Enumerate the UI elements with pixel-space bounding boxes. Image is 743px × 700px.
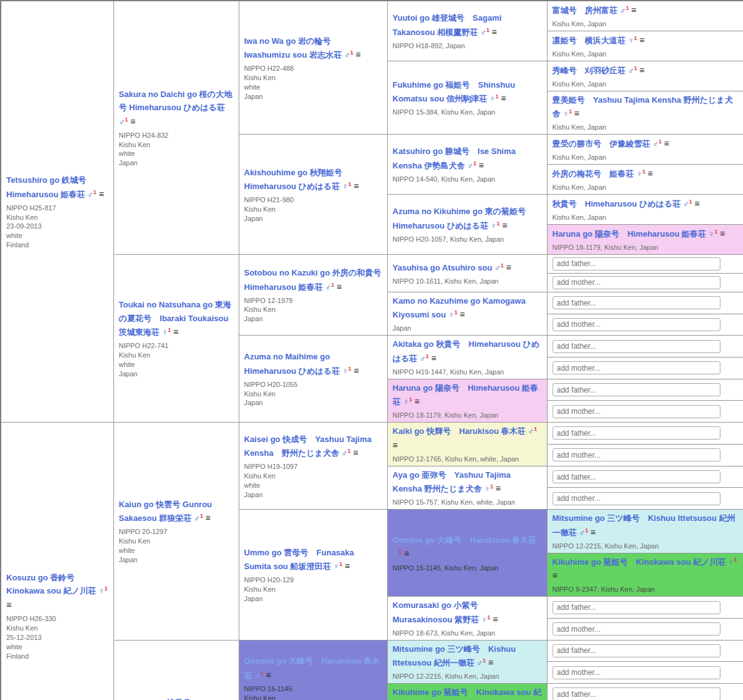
menu-icon[interactable]: ≡ bbox=[640, 65, 644, 75]
menu-icon[interactable]: ≡ bbox=[353, 366, 358, 376]
dog-name[interactable]: Yasuhisa go Atsuhiro sou bbox=[393, 263, 492, 272]
add-father-input[interactable] bbox=[553, 687, 720, 700]
dog-name[interactable]: Haruna go 陽奈号 Himeharusou 姫春荘 bbox=[553, 229, 707, 239]
menu-icon[interactable]: ≡ bbox=[574, 108, 579, 118]
menu-icon[interactable]: ≡ bbox=[130, 116, 135, 126]
menu-icon[interactable]: ≡ bbox=[488, 657, 492, 667]
dog-name-link[interactable]: Tetsushiro go 鉄城号 Himeharusou 姫春荘 ♂1 ≡ bbox=[6, 173, 108, 202]
dog-name-link[interactable]: 秀峰号 刈羽砂丘荘 ♂1 ≡ bbox=[553, 63, 739, 78]
add-mother-input[interactable] bbox=[553, 666, 720, 679]
dog-name-link[interactable]: Azuma no Maihime go Himeharusou ひめはる荘 ♀1… bbox=[244, 350, 382, 378]
dog-name-link[interactable]: Haruna go 陽奈号 Himeharusou 姫春荘 ♀1 ≡ bbox=[393, 381, 542, 409]
menu-icon[interactable]: ≡ bbox=[492, 27, 496, 37]
dog-name-link[interactable]: Akishouhime go 秋翔姫号 Himeharusou ひめはる荘 ♀1… bbox=[244, 166, 382, 194]
dog-name[interactable]: Kamo no Kazuhime go Kamogawa Kiyosumi so… bbox=[393, 296, 526, 319]
menu-icon[interactable]: ≡ bbox=[720, 229, 724, 239]
dog-name-link[interactable]: 豊美姫号 Yashuu Tajima Kensha 野州たじま犬舎 ♀1 ≡ bbox=[553, 93, 739, 121]
menu-icon[interactable]: ≡ bbox=[345, 561, 349, 571]
add-father-input[interactable] bbox=[553, 340, 720, 353]
dog-name[interactable]: Fukuhime go 福姫号 Shinshuu Komatsu sou 信州駒… bbox=[393, 80, 516, 103]
dog-name[interactable]: 秀峰号 刈羽砂丘荘 bbox=[553, 66, 626, 75]
add-father-input[interactable] bbox=[553, 296, 720, 309]
dog-name[interactable]: Momoko go 桃香号 Harukisou 春木荘 bbox=[119, 698, 200, 700]
menu-icon[interactable]: ≡ bbox=[460, 309, 464, 319]
dog-name-link[interactable]: Iwa no Wa go 岩の輪号 Iwashumizu sou 岩志水荘 ♂1… bbox=[244, 34, 382, 63]
menu-icon[interactable]: ≡ bbox=[415, 396, 419, 406]
menu-icon[interactable]: ≡ bbox=[640, 35, 644, 45]
menu-icon[interactable]: ≡ bbox=[479, 160, 483, 170]
menu-icon[interactable]: ≡ bbox=[266, 670, 271, 680]
dog-name-link[interactable]: 外房の梅花号 姫春荘 ♀1 ≡ bbox=[553, 167, 739, 181]
dog-name[interactable]: Komurasaki go 小紫号 Murasakinosou 紫野荘 bbox=[393, 600, 487, 624]
dog-name-link[interactable]: 凛姫号 横浜大道荘 ♀1 ≡ bbox=[553, 33, 739, 48]
menu-icon[interactable]: ≡ bbox=[591, 527, 595, 537]
dog-name-link[interactable]: Yuutoi go 雄登城号 Sagami Takanosou 相模鷹野荘 ♂1… bbox=[393, 11, 542, 39]
add-mother-input[interactable] bbox=[553, 622, 720, 636]
add-mother-input[interactable] bbox=[553, 361, 720, 374]
dog-name-link[interactable]: 豊受の勝市号 伊豫綾雪荘 ♂1 ≡ bbox=[553, 136, 739, 151]
add-mother-input[interactable] bbox=[553, 276, 720, 289]
menu-icon[interactable]: ≡ bbox=[648, 168, 652, 178]
dog-name[interactable]: 秋貴号 Himeharusou ひめはる荘 bbox=[553, 199, 681, 208]
dog-name[interactable]: 富城号 房州富荘 bbox=[553, 6, 618, 15]
dog-name-link[interactable]: Kikuhime go 菊姫号 Kinokawa sou 紀ノ川荘 ♀1 ≡ bbox=[553, 555, 739, 584]
dog-name-link[interactable]: Yasuhisa go Atsuhiro sou ♂1 ≡ bbox=[393, 260, 542, 275]
dog-name-link[interactable]: Sakura no Daichi go 桜の大地号 Himeharusou ひめ… bbox=[119, 88, 234, 129]
menu-icon[interactable]: ≡ bbox=[664, 138, 668, 148]
menu-icon[interactable]: ≡ bbox=[404, 548, 408, 558]
dog-name-link[interactable]: Kosuzu go 香鈴号 Kinokawa sou 紀ノ川荘 ♀1 ≡ bbox=[6, 571, 108, 612]
menu-icon[interactable]: ≡ bbox=[501, 93, 505, 103]
dog-name-link[interactable]: Oomine go 大峰号 Harukisou 春木荘 ♂1 ≡ bbox=[393, 533, 542, 562]
menu-icon[interactable]: ≡ bbox=[431, 353, 435, 363]
dog-name-link[interactable]: Katsuhiro go 勝城号 Ise Shima Kensha 伊勢島犬舎 … bbox=[393, 145, 542, 173]
dog-name[interactable]: Kaiki go 快輝号 Harukisou 春木荘 bbox=[393, 426, 526, 436]
menu-icon[interactable]: ≡ bbox=[353, 181, 358, 191]
dog-name[interactable]: Oomine go 大峰号 Harukisou 春木荘 bbox=[393, 535, 537, 545]
dog-name-link[interactable]: Kaiki go 快輝号 Harukisou 春木荘 ♂1 ≡ bbox=[393, 425, 542, 453]
menu-icon[interactable]: ≡ bbox=[492, 614, 497, 624]
dog-name-link[interactable]: Komurasaki go 小紫号 Murasakinosou 紫野荘 ♀1 ≡ bbox=[393, 599, 542, 627]
menu-icon[interactable]: ≡ bbox=[356, 49, 360, 59]
menu-icon[interactable]: ≡ bbox=[393, 440, 397, 450]
menu-icon[interactable]: ≡ bbox=[694, 198, 699, 208]
dog-name-link[interactable]: Fukuhime go 福姫号 Shinshuu Komatsu sou 信州駒… bbox=[393, 78, 542, 106]
menu-icon[interactable]: ≡ bbox=[6, 600, 11, 610]
dog-name-link[interactable]: Kaiun go 快雲号 Gunrou Sakaesou 群狼栄荘 ♂1 ≡ bbox=[119, 498, 234, 526]
dog-name-link[interactable]: Ummo go 雲母号 Funasaka Sumita sou 船坂澄田荘 ♀1… bbox=[244, 546, 382, 574]
add-mother-input[interactable] bbox=[553, 492, 720, 505]
dog-name-link[interactable]: Kamo no Kazuhime go Kamogawa Kiyosumi so… bbox=[393, 294, 542, 322]
dog-name[interactable]: Sakura no Daichi go 桜の大地号 Himeharusou ひめ… bbox=[119, 90, 232, 112]
dog-name[interactable]: 外房の梅花号 姫春荘 bbox=[553, 169, 634, 178]
dog-name-link[interactable]: Azuma no Kikuhime go 東の菊姫号 Himeharusou ひ… bbox=[393, 205, 542, 233]
add-father-input[interactable] bbox=[553, 470, 720, 483]
dog-name-link[interactable]: Oomine go 大峰号 Harukisou 春木荘 ♂1 ≡ bbox=[244, 654, 382, 682]
dog-name-link[interactable]: Kaisei go 快成号 Yashuu Tajima Kensha 野州たじま… bbox=[244, 433, 382, 461]
dog-name[interactable]: Kikuhime go 菊姫号 Kinokawa sou 紀ノ川荘 bbox=[553, 557, 726, 567]
menu-icon[interactable]: ≡ bbox=[353, 448, 357, 458]
dog-name-link[interactable]: Akitaka go 秋貴号 Himeharusou ひめはる荘 ♂1 ≡ bbox=[393, 337, 542, 366]
dog-name[interactable]: 豊受の勝市号 伊豫綾雪荘 bbox=[553, 139, 650, 148]
dog-name-link[interactable]: Mitsumine go 三ツ峰号 Kishuu Ittetsusou 紀州一徹… bbox=[393, 642, 542, 671]
dog-name-link[interactable]: Aya go 亜弥号 Yashuu Tajima Kensha 野州たじま犬舎 … bbox=[393, 468, 542, 497]
dog-name-link[interactable]: Mitsumine go 三ツ峰号 Kishuu Ittetsusou 紀州一徹… bbox=[553, 512, 739, 540]
menu-icon[interactable]: ≡ bbox=[496, 483, 500, 493]
add-father-input[interactable] bbox=[553, 383, 720, 396]
menu-icon[interactable]: ≡ bbox=[502, 220, 506, 230]
dog-name[interactable]: Tetsushiro go 鉄城号 Himeharusou 姫春荘 bbox=[6, 175, 86, 198]
dog-name-link[interactable]: Sotobou no Kazuki go 外房の和貴号 Himeharusou … bbox=[244, 266, 382, 294]
add-father-input[interactable] bbox=[553, 257, 720, 270]
dog-name[interactable]: Azuma no Maihime go Himeharusou ひめはる荘 bbox=[244, 352, 340, 375]
dog-name-link[interactable]: Momoko go 桃香号 Harukisou 春木荘 ♀1 ≡ bbox=[119, 696, 234, 700]
dog-name-link[interactable]: 秋貴号 Himeharusou ひめはる荘 ♂1 ≡ bbox=[553, 197, 739, 211]
add-mother-input[interactable] bbox=[553, 448, 720, 461]
dog-name-link[interactable]: Haruna go 陽奈号 Himeharusou 姫春荘 ♀1 ≡ bbox=[553, 227, 739, 241]
dog-name[interactable]: Akitaka go 秋貴号 Himeharusou ひめはる荘 bbox=[393, 339, 540, 363]
dog-name[interactable]: Oomine go 大峰号 Harukisou 春木荘 bbox=[244, 656, 380, 679]
dog-name-link[interactable]: Toukai no Natsuhana go 東海の夏花号 Ibaraki To… bbox=[119, 298, 234, 339]
menu-icon[interactable]: ≡ bbox=[631, 5, 636, 15]
dog-name[interactable]: 豊美姫号 Yashuu Tajima Kensha 野州たじま犬舎 bbox=[553, 95, 733, 118]
add-father-input[interactable] bbox=[553, 426, 720, 440]
dog-name[interactable]: Katsuhiro go 勝城号 Ise Shima Kensha 伊勢島犬舎 bbox=[393, 147, 516, 170]
menu-icon[interactable]: ≡ bbox=[174, 327, 178, 337]
add-mother-input[interactable] bbox=[553, 318, 720, 331]
